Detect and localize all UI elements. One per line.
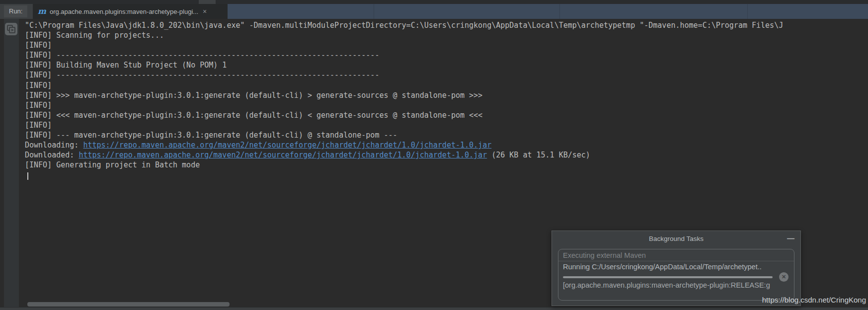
top-strip-segment	[199, 0, 216, 4]
text-caret	[27, 172, 28, 180]
progress-bar	[563, 276, 773, 278]
horizontal-scrollbar-thumb[interactable]	[27, 302, 230, 307]
console-text-segment: (26 KB at 15.1 KB/sec)	[487, 151, 590, 159]
console-text-segment: [INFO] ---------------------------------…	[25, 71, 379, 79]
console-line: [INFO]	[25, 40, 868, 50]
run-tab-title: org.apache.maven.plugins:maven-archetype…	[50, 8, 198, 15]
console-link[interactable]: https://repo.maven.apache.org/maven2/net…	[79, 151, 487, 159]
console-text-segment: [INFO]	[25, 121, 52, 130]
task-name: Executing external Maven	[558, 249, 794, 261]
console-line: [INFO] ---------------------------------…	[25, 70, 868, 80]
bottom-strip	[0, 307, 868, 310]
console-link[interactable]: https://repo.maven.apache.org/maven2/net…	[83, 141, 491, 150]
task-detail: [org.apache.maven.plugins:maven-archetyp…	[558, 281, 794, 290]
console-text-segment: [INFO]	[25, 41, 52, 50]
console-text-segment: Downloading:	[25, 141, 83, 150]
task-panel: Executing external Maven Running C:/User…	[558, 249, 794, 301]
console-line: [INFO]	[25, 120, 868, 130]
run-header: Run: m org.apache.maven.plugins:maven-ar…	[0, 4, 868, 19]
console-line: [INFO] Generating project in Batch mode	[25, 160, 868, 170]
tab-strip-separator	[374, 4, 374, 19]
console-text-segment: [INFO] <<< maven-archetype-plugin:3.0.1:…	[25, 111, 482, 120]
console-line: [INFO] ---------------------------------…	[25, 50, 868, 60]
tab-strip-separator	[559, 4, 560, 19]
console-line: [INFO] >>> maven-archetype-plugin:3.0.1:…	[25, 90, 868, 100]
console-line: [INFO] --- maven-archetype-plugin:3.0.1:…	[25, 130, 868, 140]
console-text-segment: [INFO]	[25, 81, 52, 90]
run-tab[interactable]: m org.apache.maven.plugins:maven-archety…	[33, 4, 228, 19]
console-line: [INFO]	[25, 100, 868, 110]
console-text-segment: Downloaded:	[25, 151, 79, 159]
console-line: [INFO] Building Maven Stub Project (No P…	[25, 60, 868, 70]
task-status: Running C:/Users/cringkong/AppData/Local…	[558, 261, 794, 271]
background-tasks-popup: Background Tasks — Executing external Ma…	[552, 231, 801, 306]
watermark: https://blog.csdn.net/CringKong	[762, 296, 866, 304]
console-text-segment: [INFO] Building Maven Stub Project (No P…	[25, 61, 227, 70]
console-line: Downloaded: https://repo.maven.apache.or…	[25, 150, 868, 160]
close-icon[interactable]: ×	[203, 7, 207, 15]
progress-row: ✕	[563, 274, 789, 280]
console-text-segment: [INFO] ---------------------------------…	[25, 51, 379, 60]
tab-strip-separator	[747, 4, 748, 19]
console-line: Downloading: https://repo.maven.apache.o…	[25, 140, 868, 150]
console-line: "C:\Program Files\Java\jdk1.8.0_202\bin\…	[25, 20, 868, 30]
popup-title: Background Tasks	[649, 235, 704, 242]
run-label: Run:	[4, 5, 27, 17]
console-text-segment: "C:\Program Files\Java\jdk1.8.0_202\bin\…	[25, 21, 783, 30]
top-strip	[0, 0, 868, 4]
console-line: [INFO] Scanning for projects...	[25, 30, 868, 40]
console-text-segment: [INFO] Generating project in Batch mode	[25, 160, 200, 169]
popup-title-bar[interactable]: Background Tasks —	[552, 231, 800, 246]
console-line: [INFO] <<< maven-archetype-plugin:3.0.1:…	[25, 110, 868, 120]
console-text-segment: [INFO]	[25, 101, 52, 110]
tab-strip-filler	[228, 4, 868, 19]
console-output: "C:\Program Files\Java\jdk1.8.0_202\bin\…	[0, 20, 868, 170]
console-text-segment: [INFO] >>> maven-archetype-plugin:3.0.1:…	[25, 91, 482, 100]
console-text-segment: [INFO] Scanning for projects...	[25, 31, 164, 40]
minimize-icon[interactable]: —	[787, 231, 794, 246]
console-text-segment: [INFO] --- maven-archetype-plugin:3.0.1:…	[25, 131, 397, 140]
run-tool-window: Run: m org.apache.maven.plugins:maven-ar…	[0, 0, 868, 310]
cancel-icon[interactable]: ✕	[779, 272, 789, 282]
maven-icon: m	[38, 7, 46, 15]
console-line: [INFO]	[25, 80, 868, 90]
